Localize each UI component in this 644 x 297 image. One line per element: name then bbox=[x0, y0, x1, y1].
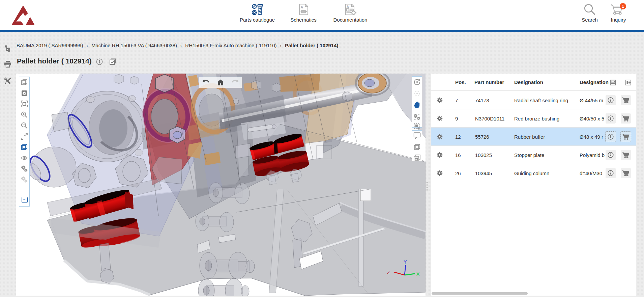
svg-text:A: A bbox=[347, 5, 349, 9]
svg-text:X: X bbox=[416, 271, 420, 277]
svg-text:1: 1 bbox=[622, 4, 624, 9]
svg-text:A: A bbox=[300, 5, 303, 9]
svg-text:Y: Y bbox=[404, 259, 407, 265]
svg-text:Z: Z bbox=[387, 270, 390, 275]
